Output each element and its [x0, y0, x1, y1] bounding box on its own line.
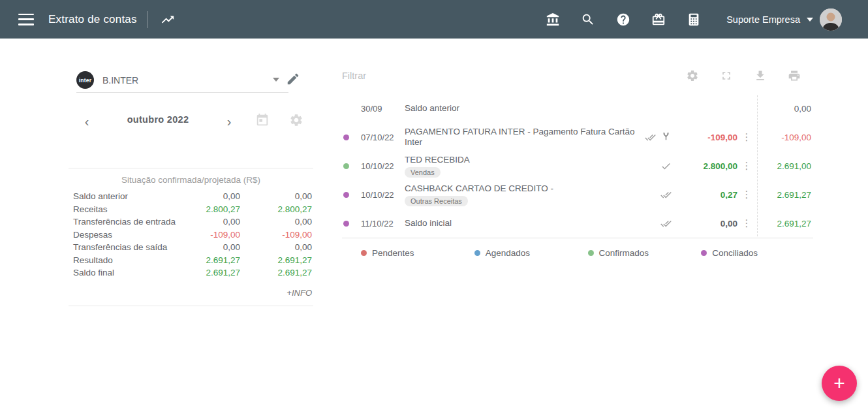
transaction-row[interactable]: 30/09 Saldo anterior 0,00	[342, 94, 813, 123]
check-icon	[660, 161, 672, 172]
split-icon	[660, 131, 672, 144]
legend-item-pendentes: Pendentes	[360, 248, 473, 258]
edit-account-button[interactable]	[286, 72, 303, 89]
user-menu[interactable]: Suporte Empresa	[726, 8, 842, 31]
status-dot-conciliado	[343, 135, 349, 140]
kebab-menu-icon[interactable]: ⋮	[737, 189, 756, 200]
account-select[interactable]: inter B.INTER	[76, 68, 288, 93]
previous-month-button[interactable]: ‹	[79, 113, 95, 130]
print-icon[interactable]	[788, 69, 801, 82]
gear-icon[interactable]	[686, 69, 699, 82]
account-name: B.INTER	[102, 75, 138, 86]
add-transaction-fab[interactable]: +	[822, 366, 857, 401]
info-link[interactable]: +INFO	[69, 288, 313, 298]
next-month-button[interactable]: ›	[221, 113, 237, 130]
filter-row	[342, 63, 813, 89]
transaction-row[interactable]: 10/10/22 TED RECEBIDA Vendas 2.800,00 ⋮ …	[342, 151, 813, 180]
balance-column-separator	[757, 95, 758, 236]
transaction-amount: 0,00	[677, 219, 737, 229]
bank-icon[interactable]	[545, 12, 561, 27]
help-icon[interactable]	[615, 12, 631, 27]
transaction-description: TED RECEBIDA	[405, 155, 638, 165]
bank-logo: inter	[76, 71, 94, 89]
summary-row: Resultado 2.691,27 2.691,27	[69, 254, 313, 267]
agendados-dot	[474, 250, 480, 256]
menu-icon[interactable]	[18, 14, 34, 25]
transaction-description: Saldo anterior	[405, 103, 638, 114]
summary-row: Transferências de entrada 0,00 0,00	[69, 215, 313, 229]
double-check-icon	[645, 132, 656, 143]
avatar[interactable]	[820, 8, 842, 31]
status-dot-conciliado	[343, 192, 349, 198]
account-panel: inter B.INTER ‹ outubro 2022 › Situação …	[69, 68, 313, 133]
transaction-date: 07/10/22	[361, 133, 405, 142]
filter-input[interactable]	[342, 71, 686, 81]
category-chip: Vendas	[405, 167, 441, 178]
status-dot-confirmado	[343, 163, 349, 169]
transaction-amount: 2.800,00	[677, 161, 737, 171]
download-icon[interactable]	[754, 69, 767, 82]
divider	[147, 11, 148, 28]
status-legend: Pendentes Agendados Confirmados Concilia…	[342, 238, 813, 267]
conciliados-dot	[701, 250, 707, 256]
transaction-date: 10/10/22	[361, 161, 405, 171]
running-balance: 2.691,27	[756, 219, 812, 229]
transaction-amount: 0,27	[677, 190, 737, 200]
transaction-description: PAGAMENTO FATURA INTER - Pagamento Fatur…	[405, 127, 638, 148]
summary-row: Despesas -109,00 -109,00	[69, 229, 313, 242]
chevron-down-icon	[807, 18, 813, 22]
trending-up-icon[interactable]	[160, 12, 176, 27]
transaction-amount: -109,00	[677, 133, 737, 142]
transaction-date: 30/09	[361, 104, 405, 114]
transaction-row[interactable]: 07/10/22 PAGAMENTO FATURA INTER - Pagame…	[342, 123, 813, 151]
pendentes-dot	[361, 250, 367, 256]
summary-row: Transferências de saída 0,00 0,00	[69, 241, 313, 254]
statement-panel: 30/09 Saldo anterior 0,00 07/10/22 PAGAM…	[342, 63, 813, 267]
transaction-description: Saldo inicial	[405, 218, 638, 229]
summary-row: Saldo final 2.691,27 2.691,27	[69, 266, 313, 279]
gear-icon[interactable]	[289, 113, 305, 129]
transaction-description: CASHBACK CARTAO DE CREDITO -	[405, 183, 638, 194]
transaction-list: 30/09 Saldo anterior 0,00 07/10/22 PAGAM…	[342, 94, 813, 238]
kebab-menu-icon[interactable]: ⋮	[737, 217, 756, 229]
chevron-down-icon	[273, 78, 279, 82]
status-dot-conciliado	[343, 221, 349, 227]
running-balance: 2.691,27	[756, 190, 812, 200]
transaction-date: 11/10/22	[361, 219, 405, 229]
top-bar: Extrato de contas Suporte Empresa	[0, 0, 868, 39]
page-title: Extrato de contas	[48, 13, 137, 26]
statement-actions	[686, 69, 813, 82]
transaction-row[interactable]: 10/10/22 CASHBACK CARTAO DE CREDITO - Ou…	[342, 180, 813, 209]
legend-item-agendados: Agendados	[473, 248, 587, 258]
fullscreen-icon[interactable]	[720, 69, 733, 82]
legend-item-confirmados: Confirmados	[587, 248, 700, 258]
calendar-icon[interactable]	[255, 113, 271, 129]
running-balance: 0,00	[756, 104, 812, 114]
month-navigation: ‹ outubro 2022 ›	[69, 111, 313, 133]
page: Extrato de contas Suporte Empresa	[0, 0, 868, 412]
category-chip: Outras Receitas	[405, 196, 468, 206]
transaction-date: 10/10/22	[361, 190, 405, 200]
month-label: outubro 2022	[102, 114, 213, 125]
gift-icon[interactable]	[651, 12, 666, 27]
running-balance: 2.691,00	[756, 161, 812, 171]
calculator-icon[interactable]	[686, 12, 702, 27]
running-balance: -109,00	[756, 133, 812, 142]
kebab-menu-icon[interactable]: ⋮	[737, 160, 756, 172]
confirmados-dot	[588, 250, 594, 256]
topbar-actions: Suporte Empresa	[545, 8, 842, 31]
user-name: Suporte Empresa	[726, 14, 800, 25]
double-check-icon	[660, 218, 672, 229]
situation-summary: Situação confirmada/projetada (R$) Saldo…	[69, 168, 313, 306]
summary-row: Receitas 2.800,27 2.800,27	[69, 203, 313, 216]
summary-title: Situação confirmada/projetada (R$)	[69, 175, 313, 185]
search-icon[interactable]	[580, 12, 596, 27]
kebab-menu-icon[interactable]: ⋮	[737, 131, 756, 143]
summary-row: Saldo anterior 0,00 0,00	[69, 190, 313, 203]
transaction-row[interactable]: 11/10/22 Saldo inicial 0,00 ⋮ 2.691,27	[342, 209, 813, 238]
double-check-icon	[660, 189, 672, 200]
legend-item-conciliados: Conciliados	[700, 248, 813, 258]
